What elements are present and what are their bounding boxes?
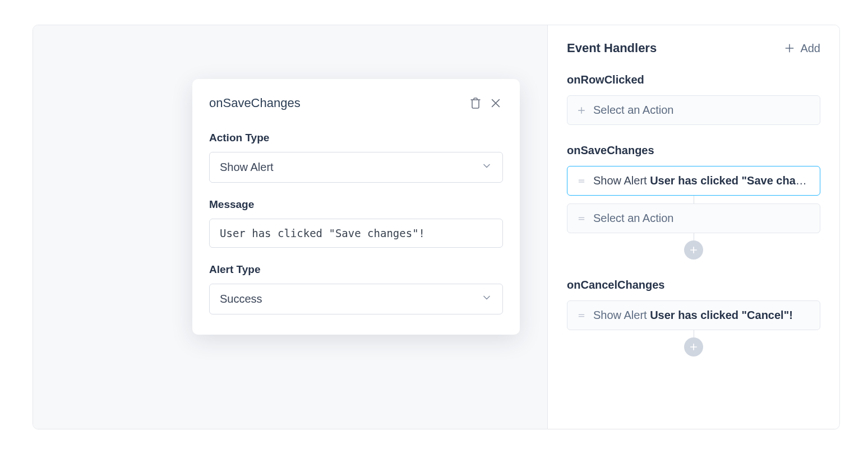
action-type-value: Show Alert [220, 161, 481, 174]
connector [567, 330, 820, 356]
select-action-placeholder[interactable]: Select an Action [567, 203, 820, 233]
alert-type-label: Alert Type [209, 263, 503, 276]
add-label: Add [800, 42, 820, 55]
event-oncancelchanges: onCancelChanges Show Alert User has clic… [567, 279, 820, 356]
event-onsavechanges: onSaveChanges Show Alert User has clicke… [567, 144, 820, 260]
alert-type-value: Success [220, 293, 481, 305]
add-action-button[interactable] [684, 337, 703, 356]
event-name: onCancelChanges [567, 279, 820, 291]
plus-icon [783, 42, 796, 54]
drag-handle-icon[interactable] [576, 312, 587, 320]
event-onrowclicked: onRowClicked Select an Action [567, 73, 820, 125]
alert-type-select[interactable]: Success [209, 284, 503, 314]
message-input[interactable]: User has clicked "Save changes"! [209, 219, 503, 248]
event-name: onRowClicked [567, 73, 820, 86]
workspace: onSaveChanges Action Type Show Alert [33, 25, 840, 429]
placeholder-text: Select an Action [593, 212, 811, 225]
placeholder-text: Select an Action [593, 104, 811, 117]
drag-handle-icon[interactable] [576, 215, 587, 223]
add-handler-button[interactable]: Add [783, 42, 820, 55]
canvas-area: onSaveChanges Action Type Show Alert [33, 25, 547, 429]
connector [567, 233, 820, 260]
popover-header: onSaveChanges [192, 79, 520, 116]
action-show-alert-save[interactable]: Show Alert User has clicked "Save chan… [567, 166, 820, 196]
connector [567, 196, 820, 203]
delete-icon[interactable] [468, 96, 483, 110]
panel-title: Event Handlers [567, 41, 783, 55]
chevron-down-icon [481, 292, 492, 306]
drag-handle-icon[interactable] [576, 177, 587, 185]
popover-title: onSaveChanges [209, 96, 463, 110]
chevron-down-icon [481, 160, 492, 174]
action-show-alert-cancel[interactable]: Show Alert User has clicked "Cancel"! [567, 300, 820, 330]
select-action-placeholder[interactable]: Select an Action [567, 95, 820, 125]
message-value: User has clicked "Save changes"! [220, 227, 425, 239]
action-editor-popover: onSaveChanges Action Type Show Alert [192, 79, 520, 335]
plus-icon [576, 106, 587, 115]
event-name: onSaveChanges [567, 144, 820, 157]
close-icon[interactable] [488, 96, 503, 110]
popover-body: Action Type Show Alert Message User has … [192, 116, 520, 335]
message-label: Message [209, 198, 503, 211]
panel-header: Event Handlers Add [567, 41, 820, 55]
action-type-select[interactable]: Show Alert [209, 152, 503, 183]
action-text: Show Alert User has clicked "Cancel"! [593, 309, 811, 322]
action-text: Show Alert User has clicked "Save chan… [593, 174, 811, 187]
add-action-button[interactable] [684, 240, 703, 260]
event-handlers-panel: Event Handlers Add onRowClicked Select a… [547, 25, 839, 429]
action-type-label: Action Type [209, 132, 503, 144]
